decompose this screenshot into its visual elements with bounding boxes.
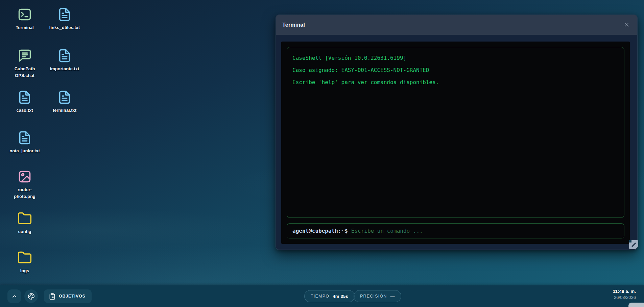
desktop-icon-terminal[interactable]: Terminal xyxy=(4,7,45,31)
desktop-icon-label: importante.txt xyxy=(50,66,79,72)
chevron-up-icon xyxy=(11,293,18,300)
taskbar: OBJETIVOS TIEMPO 4m 35s PRECISIÓN — 11:4… xyxy=(0,285,644,307)
desktop-icon-label: terminal.txt xyxy=(53,107,76,114)
desktop-icon-nota-junior[interactable]: nota_junior.txt xyxy=(4,130,45,154)
desktop-icon-importante[interactable]: importante.txt xyxy=(44,48,85,72)
desktop-icon-cubepath-ops-chat[interactable]: CubePath OPS.chat xyxy=(4,48,45,79)
clock: 11:48 a. m. 26/03/2026 xyxy=(613,288,636,301)
terminal-output-line: Caso asignado: EASY-001-ACCESS-NOT-GRANT… xyxy=(292,64,619,76)
desktop-icon-label: links_útiles.txt xyxy=(49,24,80,31)
objetivos-label: OBJETIVOS xyxy=(59,294,86,299)
desktop-icon-logs[interactable]: logs xyxy=(4,250,45,274)
terminal-body: CaseShell [Versión 10.0.22631.6199] Caso… xyxy=(276,35,637,250)
desktop-icon-label: logs xyxy=(20,267,29,274)
terminal-output-line: CaseShell [Versión 10.0.22631.6199] xyxy=(292,52,619,64)
corner-widget xyxy=(628,303,644,307)
terminal-prompt: agent@cubepath:~$ xyxy=(292,228,348,234)
terminal-screen: CaseShell [Versión 10.0.22631.6199] Caso… xyxy=(281,42,630,244)
clock-time: 11:48 a. m. xyxy=(613,288,636,295)
file-icon xyxy=(17,130,32,145)
desktop-icon-terminal-txt[interactable]: terminal.txt xyxy=(44,90,85,114)
desktop-icon-label: nota_junior.txt xyxy=(9,148,40,154)
precision-badge-value: — xyxy=(390,294,395,299)
terminal-titlebar[interactable]: Terminal xyxy=(276,15,637,35)
image-icon xyxy=(17,169,32,184)
file-icon xyxy=(17,90,32,105)
terminal-icon xyxy=(17,7,32,22)
folder-icon xyxy=(17,250,32,265)
terminal-window: Terminal CaseShell [Versión 10.0.22631.6… xyxy=(276,15,638,250)
time-badge: TIEMPO 4m 35s xyxy=(304,290,355,302)
resize-handle-icon[interactable] xyxy=(629,240,638,249)
file-icon xyxy=(57,90,72,105)
desktop-icon-router-photo[interactable]: router-photo.png xyxy=(4,169,45,200)
desktop-icon-label: caso.txt xyxy=(16,107,33,114)
terminal-input-row: agent@cubepath:~$ xyxy=(287,223,624,238)
close-icon xyxy=(624,22,629,28)
desktop-icon-label: config xyxy=(18,228,31,235)
desktop-icon-links-utiles[interactable]: links_útiles.txt xyxy=(44,7,85,31)
theme-button[interactable] xyxy=(24,289,38,303)
terminal-output-line: Escribe 'help' para ver comandos disponi… xyxy=(292,76,619,88)
command-input[interactable] xyxy=(351,228,619,234)
file-icon xyxy=(57,48,72,63)
time-badge-label: TIEMPO xyxy=(311,294,329,299)
chat-icon xyxy=(17,48,32,63)
window-title: Terminal xyxy=(282,22,305,28)
precision-badge-label: PRECISIÓN xyxy=(360,294,387,299)
desktop-icon-label: Terminal xyxy=(16,24,33,31)
folder-icon xyxy=(17,211,32,226)
expand-tray-button[interactable] xyxy=(7,289,21,303)
precision-badge: PRECISIÓN — xyxy=(354,290,401,302)
objetivos-button[interactable]: OBJETIVOS xyxy=(44,289,92,303)
close-button[interactable] xyxy=(622,21,631,29)
file-icon xyxy=(57,7,72,22)
desktop-icon-label: CubePath OPS.chat xyxy=(7,66,42,79)
desktop-icon-config[interactable]: config xyxy=(4,211,45,235)
clock-date: 26/03/2026 xyxy=(613,295,636,301)
clipboard-icon xyxy=(49,293,56,300)
desktop-icon-label: router-photo.png xyxy=(7,186,42,200)
desktop-icon-caso[interactable]: caso.txt xyxy=(4,90,45,114)
time-badge-value: 4m 35s xyxy=(333,294,348,299)
terminal-output: CaseShell [Versión 10.0.22631.6199] Caso… xyxy=(287,47,624,218)
palette-icon xyxy=(28,293,35,300)
